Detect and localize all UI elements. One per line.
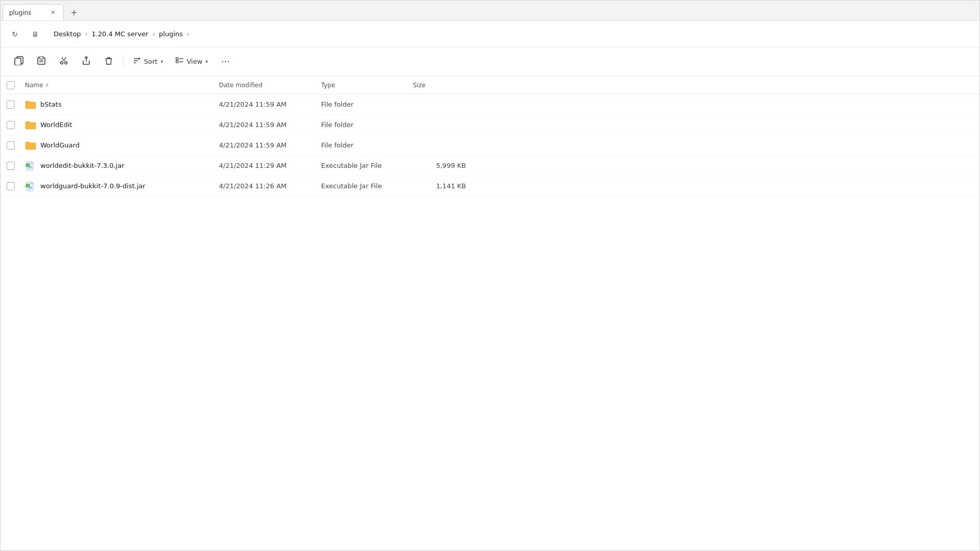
- svg-line-8: [62, 57, 64, 61]
- breadcrumb: Desktop › 1.20.4 MC server › plugins ›: [47, 26, 973, 42]
- cut-button[interactable]: [54, 52, 74, 72]
- file-type: File folder: [317, 121, 409, 129]
- row-checkbox-4[interactable]: [7, 182, 15, 190]
- table-row[interactable]: JAR worldguard-bukkit-7.0.9-dist.jar 4/2…: [1, 176, 979, 196]
- active-tab[interactable]: plugins ✕: [3, 4, 64, 20]
- svg-point-7: [65, 61, 67, 64]
- header-size-col[interactable]: Size: [409, 82, 470, 89]
- address-bar-icon[interactable]: 🖥: [27, 26, 43, 42]
- svg-rect-24: [26, 185, 30, 187]
- file-name-cell: JAR worldedit-bukkit-7.3.0.jar: [21, 160, 215, 171]
- file-date: 4/21/2024 11:59 AM: [215, 121, 317, 129]
- row-checkbox-col: [1, 182, 21, 190]
- file-name-cell: WorldGuard: [21, 140, 215, 151]
- folder-icon: [25, 99, 36, 110]
- file-list-container: Name ∧ Date modified Type Size: [1, 76, 979, 550]
- delete-button[interactable]: [99, 52, 119, 72]
- size-column-header[interactable]: Size: [413, 82, 466, 89]
- file-type: File folder: [317, 141, 409, 149]
- header-date-col[interactable]: Date modified: [215, 82, 317, 89]
- jar-icon: JAR: [25, 160, 36, 171]
- file-size: 1,141 KB: [409, 182, 470, 190]
- file-name-cell: WorldEdit: [21, 119, 215, 131]
- breadcrumb-sep-3: ›: [187, 31, 189, 38]
- file-type: File folder: [317, 101, 409, 108]
- file-date: 4/21/2024 11:26 AM: [215, 182, 317, 190]
- row-checkbox-3[interactable]: [7, 162, 15, 170]
- new-tab-button[interactable]: +: [66, 4, 82, 20]
- sort-icon: [133, 57, 141, 66]
- type-column-header[interactable]: Type: [321, 82, 405, 89]
- table-row[interactable]: JAR worldedit-bukkit-7.3.0.jar 4/21/2024…: [1, 156, 979, 176]
- toolbar-separator-1: [123, 56, 124, 68]
- file-type: Executable Jar File: [317, 182, 409, 190]
- header-name-col[interactable]: Name ∧: [21, 82, 215, 89]
- file-name-cell: bStats: [21, 99, 215, 110]
- file-name-text: worldedit-bukkit-7.3.0.jar: [40, 162, 125, 169]
- tab-bar: plugins ✕ +: [1, 1, 979, 21]
- copy-icon: [14, 56, 23, 67]
- table-row[interactable]: WorldEdit 4/21/2024 11:59 AM File folder: [1, 115, 979, 135]
- more-options-button[interactable]: ···: [215, 52, 236, 72]
- svg-rect-15: [176, 61, 178, 63]
- file-size: 5,999 KB: [409, 162, 470, 169]
- folder-icon: [25, 140, 36, 151]
- date-column-header[interactable]: Date modified: [219, 82, 313, 89]
- scissors-icon: [59, 56, 68, 67]
- breadcrumb-sep-1: ›: [85, 31, 88, 38]
- breadcrumb-mc-server[interactable]: 1.20.4 MC server: [89, 29, 150, 39]
- header-type-col[interactable]: Type: [317, 82, 409, 89]
- svg-point-6: [61, 61, 63, 64]
- select-all-checkbox[interactable]: [7, 81, 15, 89]
- row-checkbox-0[interactable]: [7, 101, 15, 109]
- file-rows: bStats 4/21/2024 11:59 AM File folder Wo…: [1, 94, 979, 196]
- svg-rect-1: [15, 58, 21, 65]
- copy-button[interactable]: [9, 52, 29, 72]
- svg-rect-20: [26, 164, 30, 167]
- file-date: 4/21/2024 11:59 AM: [215, 101, 317, 108]
- file-name-text: WorldEdit: [40, 121, 72, 129]
- row-checkbox-2[interactable]: [7, 141, 15, 149]
- name-column-header[interactable]: Name ∧: [25, 82, 211, 89]
- name-sort-indicator: ∧: [45, 82, 48, 88]
- file-name-cell: JAR worldguard-bukkit-7.0.9-dist.jar: [21, 181, 215, 192]
- share-icon: [82, 56, 91, 67]
- header-checkbox-col: [1, 81, 21, 89]
- paste-icon: [37, 56, 46, 67]
- tab-label: plugins: [9, 9, 45, 16]
- row-checkbox-col: [1, 162, 21, 170]
- file-date: 4/21/2024 11:59 AM: [215, 141, 317, 149]
- breadcrumb-desktop[interactable]: Desktop: [52, 29, 83, 39]
- paste-button[interactable]: [31, 52, 52, 72]
- refresh-icon: ↻: [12, 30, 18, 38]
- svg-rect-21: [26, 163, 30, 164]
- address-bar: ↻ 🖥 Desktop › 1.20.4 MC server › plugins…: [1, 21, 979, 47]
- view-label: View: [187, 58, 203, 65]
- share-button[interactable]: [76, 52, 96, 72]
- sort-button[interactable]: Sort ▾: [128, 52, 168, 72]
- tab-close-button[interactable]: ✕: [49, 9, 57, 17]
- row-checkbox-1[interactable]: [7, 121, 15, 129]
- view-button[interactable]: View ▾: [170, 52, 213, 72]
- file-name-text: worldguard-bukkit-7.0.9-dist.jar: [40, 182, 145, 190]
- breadcrumb-plugins[interactable]: plugins: [157, 29, 185, 39]
- trash-icon: [104, 56, 113, 67]
- table-row[interactable]: bStats 4/21/2024 11:59 AM File folder: [1, 94, 979, 115]
- table-row[interactable]: WorldGuard 4/21/2024 11:59 AM File folde…: [1, 135, 979, 156]
- file-list-header: Name ∧ Date modified Type Size: [1, 76, 979, 94]
- row-checkbox-col: [1, 101, 21, 109]
- row-checkbox-col: [1, 141, 21, 149]
- refresh-button[interactable]: ↻: [7, 26, 23, 42]
- jar-icon: JAR: [25, 181, 36, 192]
- more-icon: ···: [221, 56, 230, 67]
- breadcrumb-sep-2: ›: [153, 31, 155, 38]
- pc-icon: 🖥: [32, 30, 39, 38]
- file-name-text: WorldGuard: [40, 141, 80, 149]
- svg-rect-3: [39, 57, 43, 59]
- view-chevron-icon: ▾: [206, 59, 208, 64]
- svg-line-9: [64, 57, 66, 61]
- svg-rect-25: [26, 184, 30, 185]
- sort-chevron-icon: ▾: [161, 59, 163, 64]
- toolbar: Sort ▾ View ▾ ···: [1, 47, 979, 76]
- row-checkbox-col: [1, 121, 21, 129]
